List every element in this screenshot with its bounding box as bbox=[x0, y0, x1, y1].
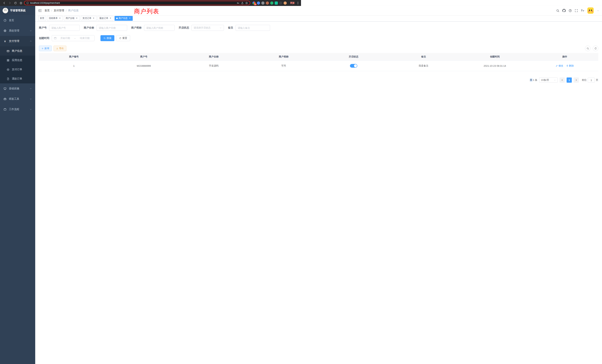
browser-update-button[interactable]: 更新 bbox=[289, 1, 296, 5]
share-icon[interactable] bbox=[241, 2, 244, 4]
extension-icon-3[interactable] bbox=[261, 1, 265, 5]
pagination: 共 1 条 10条/页 1 前往 页 bbox=[39, 77, 301, 83]
date-range-separator: - bbox=[74, 37, 76, 40]
extension-icon-5[interactable] bbox=[270, 1, 273, 5]
merchant-no-label: 商户号 bbox=[39, 26, 47, 30]
sidebar-item-workflow[interactable]: 工作流程 bbox=[0, 104, 35, 115]
breadcrumb-current: 商户信息 bbox=[68, 9, 79, 12]
status-label: 开启状态 bbox=[179, 26, 189, 30]
close-icon[interactable]: × bbox=[59, 17, 61, 20]
hamburger-icon[interactable] bbox=[38, 9, 42, 12]
site-info-icon[interactable] bbox=[26, 2, 29, 4]
sidebar-item-merchant-info[interactable]: 商户信息 bbox=[0, 46, 35, 56]
sidebar-item-home[interactable]: 首页 bbox=[0, 15, 35, 26]
merchant-short-input[interactable] bbox=[144, 25, 175, 31]
browser-menu-icon[interactable] bbox=[297, 2, 299, 4]
sidebar-logo[interactable]: 芋道管理系统 bbox=[0, 6, 35, 15]
yen-icon: ¥ bbox=[3, 40, 7, 43]
reset-button[interactable]: 重置 bbox=[116, 35, 130, 41]
breadcrumb-payment[interactable]: 支付管理 bbox=[54, 9, 64, 12]
breadcrumb: 首页 / 支付管理 / 商户信息 bbox=[44, 9, 79, 12]
remark-label: 备注 bbox=[228, 26, 233, 30]
export-button[interactable]: 导出 bbox=[54, 46, 66, 51]
tab-refund-order[interactable]: 退款订单× bbox=[98, 16, 113, 21]
create-time-range-picker[interactable]: 开始日期 - 结束日期 bbox=[52, 35, 95, 41]
merchant-table: 商户编号 商户号 商户全称 商户简称 开启状态 备注 创建时间 操作 1 M23… bbox=[39, 53, 301, 71]
status-select[interactable]: 请选择开启状态 bbox=[192, 25, 224, 31]
cell-merchant-name: 芋道源码 bbox=[179, 61, 249, 71]
search-form-row-1: 商户号 商户全称 商户简称 bbox=[39, 25, 301, 31]
chevron-down-icon bbox=[30, 30, 32, 32]
grid-icon bbox=[6, 59, 10, 62]
tab-merchant-info[interactable]: 商户信息× bbox=[115, 16, 133, 21]
sidebar-item-infra[interactable]: 基础设施 bbox=[0, 83, 35, 94]
target-icon bbox=[6, 68, 10, 71]
close-icon[interactable]: × bbox=[92, 17, 95, 20]
table-header-row: 商户编号 商户号 商户全称 商户简称 开启状态 备注 创建时间 操作 bbox=[39, 53, 301, 61]
extension-icon-7[interactable] bbox=[279, 1, 282, 5]
tab-process-form[interactable]: 流程表单× bbox=[47, 16, 63, 21]
browser-back-icon[interactable] bbox=[2, 1, 7, 5]
close-icon[interactable]: × bbox=[129, 17, 131, 20]
address-bar[interactable]: localhost:1024/pay/merchant bbox=[24, 1, 250, 5]
sidebar-item-payment[interactable]: ¥ 支付管理 bbox=[0, 36, 35, 46]
sidebar-menu: 首页 系统管理 ¥ 支付管理 商户信息 应用信息 bbox=[0, 15, 35, 182]
table-row: 1 M233666999 芋道源码 芋艿 我是备注 2021-10-23 08:… bbox=[39, 61, 301, 71]
extension-icon-6[interactable] bbox=[275, 1, 278, 5]
browser-toolbar: localhost:1024/pay/merchant 10 更新 bbox=[0, 0, 301, 6]
chevron-up-icon bbox=[30, 40, 32, 42]
cell-merchant-short: 芋艿 bbox=[249, 61, 301, 71]
browser-forward-icon[interactable] bbox=[7, 1, 12, 5]
logo-avatar bbox=[3, 8, 8, 13]
extension-icon-1[interactable]: 10 bbox=[252, 1, 256, 5]
sidebar-item-pay-order[interactable]: 支付订单 bbox=[0, 65, 35, 74]
browser-refresh-icon[interactable] bbox=[13, 1, 18, 5]
breadcrumb-separator: / bbox=[66, 9, 66, 12]
briefcase-icon bbox=[3, 108, 7, 111]
dashboard-icon bbox=[3, 19, 7, 22]
end-date-placeholder[interactable]: 结束日期 bbox=[77, 36, 92, 40]
col-merchant-no: 商户号 bbox=[109, 53, 179, 61]
tab-home[interactable]: 首页 bbox=[38, 16, 46, 21]
monitor-icon bbox=[3, 87, 7, 90]
merchant-no-input[interactable] bbox=[49, 25, 80, 31]
sidebar-item-devtools[interactable]: 研发工具 bbox=[0, 94, 35, 104]
payment-submenu: 商户信息 应用信息 支付订单 退款订单 bbox=[0, 46, 35, 83]
start-date-placeholder[interactable]: 开始日期 bbox=[58, 36, 73, 40]
extension-icon-2[interactable] bbox=[257, 1, 260, 5]
cell-merchant-no: M233666999 bbox=[109, 61, 179, 71]
browser-home-icon[interactable] bbox=[19, 1, 23, 5]
profile-avatar-icon[interactable] bbox=[284, 1, 287, 5]
sidebar-item-refund-order[interactable]: 退款订单 bbox=[0, 74, 35, 83]
search-button[interactable]: 搜索 bbox=[100, 35, 114, 41]
sidebar: 芋道管理系统 首页 系统管理 ¥ 支付管理 商户信息 bbox=[0, 6, 35, 182]
app-title: 芋道管理系统 bbox=[10, 9, 26, 12]
toolbox-icon bbox=[3, 97, 7, 100]
close-icon[interactable]: × bbox=[75, 17, 78, 20]
top-navbar: 首页 / 支付管理 / 商户信息 商户列表 bbox=[35, 6, 301, 15]
bookmark-star-icon[interactable] bbox=[245, 2, 248, 4]
main-area: 首页 / 支付管理 / 商户信息 商户列表 首页 流程表单× 用户分组× 支付订… bbox=[35, 6, 301, 182]
breadcrumb-home[interactable]: 首页 bbox=[44, 9, 50, 12]
merchant-name-label: 商户全称 bbox=[84, 26, 94, 30]
cell-merchant-id: 1 bbox=[39, 61, 109, 71]
sidebar-item-system[interactable]: 系统管理 bbox=[0, 26, 35, 36]
create-time-label: 创建时间 bbox=[39, 36, 49, 40]
url-text[interactable]: localhost:1024/pay/merchant bbox=[30, 2, 235, 4]
add-button[interactable]: 新增 bbox=[39, 46, 52, 51]
password-key-icon[interactable] bbox=[237, 2, 239, 4]
calendar-icon bbox=[54, 37, 56, 40]
close-icon[interactable]: × bbox=[109, 17, 112, 20]
col-merchant-short: 商户简称 bbox=[249, 53, 301, 61]
active-tab-dot bbox=[116, 18, 118, 19]
col-merchant-name: 商户全称 bbox=[179, 53, 249, 61]
tab-pay-order[interactable]: 支付订单× bbox=[81, 16, 97, 21]
red-annotation-text: 商户列表 bbox=[134, 7, 159, 16]
remark-input[interactable] bbox=[236, 25, 270, 31]
tab-user-group[interactable]: 用户分组× bbox=[64, 16, 80, 21]
chevron-down-icon bbox=[30, 98, 32, 100]
merchant-name-input[interactable] bbox=[97, 25, 127, 31]
sidebar-item-app-info[interactable]: 应用信息 bbox=[0, 56, 35, 65]
page-content: 商户号 商户全称 商户简称 bbox=[35, 21, 301, 182]
extension-icon-4[interactable] bbox=[266, 1, 269, 5]
